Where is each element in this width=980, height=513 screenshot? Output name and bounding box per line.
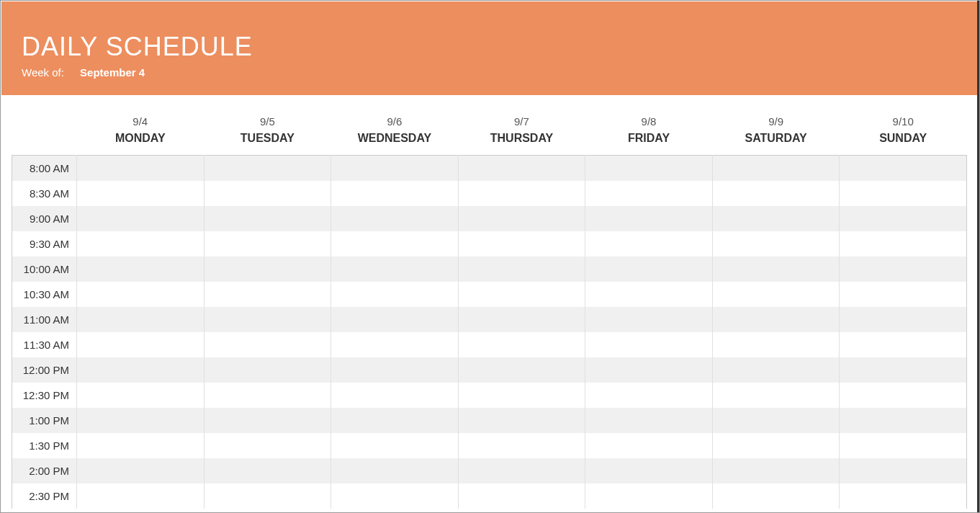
schedule-cell[interactable] [458, 231, 585, 256]
schedule-cell[interactable] [585, 357, 713, 383]
schedule-cell[interactable] [712, 156, 840, 181]
right-edge-scrollbar[interactable] [977, 1, 979, 512]
schedule-cell[interactable] [712, 206, 840, 231]
schedule-cell[interactable] [77, 206, 204, 231]
schedule-cell[interactable] [77, 156, 204, 181]
schedule-cell[interactable] [840, 256, 967, 282]
schedule-cell[interactable] [204, 256, 331, 282]
schedule-cell[interactable] [458, 206, 585, 231]
schedule-cell[interactable] [77, 357, 204, 383]
schedule-cell[interactable] [840, 307, 967, 332]
schedule-cell[interactable] [204, 206, 331, 231]
schedule-cell[interactable] [331, 383, 459, 408]
schedule-cell[interactable] [712, 256, 840, 282]
schedule-cell[interactable] [331, 282, 459, 307]
schedule-cell[interactable] [712, 231, 840, 256]
schedule-cell[interactable] [77, 408, 204, 433]
schedule-cell[interactable] [77, 307, 204, 332]
schedule-cell[interactable] [331, 307, 459, 332]
schedule-cell[interactable] [204, 181, 331, 206]
schedule-cell[interactable] [331, 332, 459, 357]
schedule-cell[interactable] [458, 181, 585, 206]
schedule-cell[interactable] [458, 156, 585, 181]
schedule-cell[interactable] [712, 383, 840, 408]
schedule-cell[interactable] [840, 156, 967, 181]
schedule-cell[interactable] [331, 231, 459, 256]
week-of-label: Week of: [22, 66, 64, 79]
schedule-cell[interactable] [840, 433, 967, 458]
schedule-cell[interactable] [712, 332, 840, 357]
schedule-cell[interactable] [458, 307, 585, 332]
schedule-cell[interactable] [331, 256, 459, 282]
schedule-cell[interactable] [204, 408, 331, 433]
schedule-cell[interactable] [77, 383, 204, 408]
schedule-cell[interactable] [840, 181, 967, 206]
schedule-cell[interactable] [331, 408, 459, 433]
schedule-cell[interactable] [331, 156, 459, 181]
schedule-cell[interactable] [331, 357, 459, 383]
schedule-cell[interactable] [458, 357, 585, 383]
schedule-cell[interactable] [204, 307, 331, 332]
schedule-cell[interactable] [204, 433, 331, 458]
schedule-cell[interactable] [458, 332, 585, 357]
schedule-cell[interactable] [712, 307, 840, 332]
schedule-cell[interactable] [77, 231, 204, 256]
schedule-cell[interactable] [77, 332, 204, 357]
schedule-cell[interactable] [331, 181, 459, 206]
schedule-cell[interactable] [585, 282, 713, 307]
schedule-cell[interactable] [458, 433, 585, 458]
schedule-cell[interactable] [585, 156, 713, 181]
schedule-cell[interactable] [77, 282, 204, 307]
schedule-cell[interactable] [585, 181, 713, 206]
schedule-cell[interactable] [585, 231, 713, 256]
schedule-cell[interactable] [712, 181, 840, 206]
schedule-cell[interactable] [331, 458, 459, 483]
schedule-cell[interactable] [585, 256, 713, 282]
schedule-cell[interactable] [840, 332, 967, 357]
schedule-cell[interactable] [840, 357, 967, 383]
schedule-cell[interactable] [585, 383, 713, 408]
schedule-cell[interactable] [712, 282, 840, 307]
schedule-cell[interactable] [585, 458, 713, 483]
schedule-cell[interactable] [458, 282, 585, 307]
schedule-cell[interactable] [712, 483, 840, 509]
schedule-cell[interactable] [77, 256, 204, 282]
schedule-cell[interactable] [585, 206, 713, 231]
schedule-cell[interactable] [712, 433, 840, 458]
schedule-cell[interactable] [585, 332, 713, 357]
schedule-cell[interactable] [585, 307, 713, 332]
schedule-cell[interactable] [458, 256, 585, 282]
schedule-cell[interactable] [840, 383, 967, 408]
schedule-cell[interactable] [712, 408, 840, 433]
schedule-cell[interactable] [77, 458, 204, 483]
schedule-cell[interactable] [331, 433, 459, 458]
schedule-cell[interactable] [204, 231, 331, 256]
schedule-cell[interactable] [840, 458, 967, 483]
schedule-cell[interactable] [585, 483, 713, 509]
schedule-cell[interactable] [585, 433, 713, 458]
schedule-cell[interactable] [458, 458, 585, 483]
schedule-cell[interactable] [840, 483, 967, 509]
schedule-cell[interactable] [458, 483, 585, 509]
schedule-cell[interactable] [712, 357, 840, 383]
schedule-cell[interactable] [204, 332, 331, 357]
schedule-cell[interactable] [204, 458, 331, 483]
schedule-cell[interactable] [331, 483, 459, 509]
schedule-cell[interactable] [712, 458, 840, 483]
schedule-cell[interactable] [331, 206, 459, 231]
schedule-cell[interactable] [585, 408, 713, 433]
schedule-cell[interactable] [204, 282, 331, 307]
schedule-cell[interactable] [77, 483, 204, 509]
schedule-cell[interactable] [458, 383, 585, 408]
schedule-cell[interactable] [204, 156, 331, 181]
schedule-cell[interactable] [458, 408, 585, 433]
schedule-cell[interactable] [204, 357, 331, 383]
schedule-cell[interactable] [204, 383, 331, 408]
schedule-cell[interactable] [77, 181, 204, 206]
schedule-cell[interactable] [77, 433, 204, 458]
schedule-cell[interactable] [840, 408, 967, 433]
schedule-cell[interactable] [204, 483, 331, 509]
schedule-cell[interactable] [840, 231, 967, 256]
schedule-cell[interactable] [840, 206, 967, 231]
schedule-cell[interactable] [840, 282, 967, 307]
